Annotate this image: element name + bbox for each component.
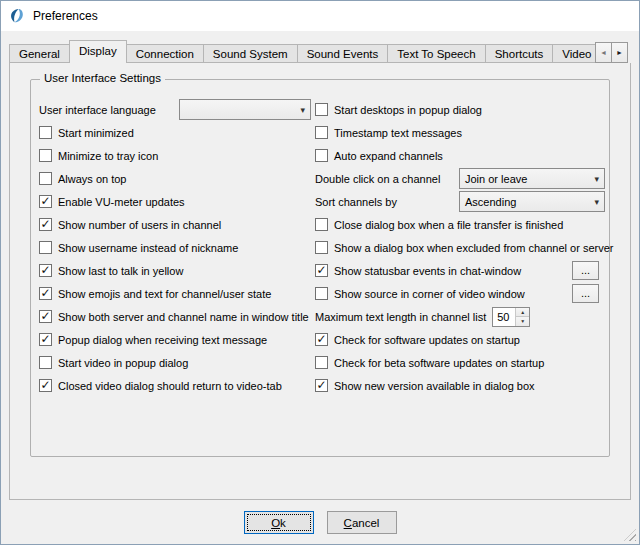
statusbar-events-label: Show statusbar events in chat-window: [334, 265, 521, 277]
timestamp-messages-label: Timestamp text messages: [334, 127, 462, 139]
ui-language-label: User interface language: [39, 104, 156, 116]
video-return-tab-checkbox[interactable]: ✓: [39, 379, 52, 392]
video-return-tab-row: ✓Closed video dialog should return to vi…: [39, 374, 311, 397]
emojis-text-state-label: Show emojis and text for channel/user st…: [58, 288, 271, 300]
server-channel-in-title-label: Show both server and channel name in win…: [58, 311, 309, 323]
desktops-popup-label: Start desktops in popup dialog: [334, 104, 482, 116]
vu-meter-updates-label: Enable VU-meter updates: [58, 196, 185, 208]
timestamp-messages-checkbox[interactable]: [315, 126, 328, 139]
dialog-buttons: Ok Cancel: [1, 511, 639, 534]
new-version-dialog-row: ✓Show new version available in dialog bo…: [315, 374, 605, 397]
cancel-button[interactable]: Cancel: [327, 511, 397, 534]
last-to-talk-yellow-label: Show last to talk in yellow: [58, 265, 183, 277]
group-title: User Interface Settings: [40, 72, 165, 84]
start-minimized-row: Start minimized: [39, 121, 311, 144]
auto-expand-channels-checkbox[interactable]: [315, 149, 328, 162]
double-click-channel-label: Double click on a channel: [315, 173, 440, 185]
statusbar-events-more-button[interactable]: ...: [572, 261, 599, 280]
server-channel-in-title-row: ✓Show both server and channel name in wi…: [39, 305, 311, 328]
vu-meter-updates-row: ✓Enable VU-meter updates: [39, 190, 311, 213]
beta-updates-label: Check for beta software updates on start…: [334, 357, 544, 369]
tab-scroll-left-icon[interactable]: ◄: [595, 42, 612, 63]
auto-expand-channels-label: Auto expand channels: [334, 150, 443, 162]
max-text-length-spin-down-icon[interactable]: ▼: [516, 317, 529, 326]
titlebar[interactable]: Preferences: [1, 1, 639, 31]
popup-text-message-label: Popup dialog when receiving text message: [58, 334, 267, 346]
always-on-top-checkbox[interactable]: [39, 172, 52, 185]
beta-updates-row: Check for beta software updates on start…: [315, 351, 605, 374]
show-username-checkbox[interactable]: [39, 241, 52, 254]
tab-page-display: User Interface Settings User interface l…: [9, 62, 631, 500]
popup-text-message-checkbox[interactable]: ✓: [39, 333, 52, 346]
close-file-transfer-dialog-row: Close dialog box when a file transfer is…: [315, 213, 605, 236]
window-title: Preferences: [33, 9, 98, 23]
video-source-corner-more-button[interactable]: ...: [572, 284, 599, 303]
start-video-popup-checkbox[interactable]: [39, 356, 52, 369]
statusbar-events-checkbox[interactable]: ✓: [315, 264, 328, 277]
tab-sound-events[interactable]: Sound Events: [297, 44, 389, 63]
tab-scroller: ◄ ►: [595, 41, 631, 63]
minimize-to-tray-label: Minimize to tray icon: [58, 150, 158, 162]
start-minimized-checkbox[interactable]: [39, 126, 52, 139]
last-to-talk-yellow-checkbox[interactable]: ✓: [39, 264, 52, 277]
max-text-length-spin-buttons: ▲▼: [515, 308, 529, 326]
minimize-to-tray-row: Minimize to tray icon: [39, 144, 311, 167]
video-source-corner-label: Show source in corner of video window: [334, 288, 525, 300]
double-click-channel-dropdown[interactable]: Join or leave▾: [459, 168, 605, 189]
sort-channels-by-value: Ascending: [465, 196, 516, 208]
emojis-text-state-checkbox[interactable]: ✓: [39, 287, 52, 300]
tab-sound-system[interactable]: Sound System: [203, 44, 298, 63]
software-updates-checkbox[interactable]: ✓: [315, 333, 328, 346]
app-logo-icon: [9, 8, 26, 25]
excluded-dialog-checkbox[interactable]: [315, 241, 328, 254]
show-user-count-label: Show number of users in channel: [58, 219, 221, 231]
show-username-row: Show username instead of nickname: [39, 236, 311, 259]
close-file-transfer-dialog-checkbox[interactable]: [315, 218, 328, 231]
show-username-label: Show username instead of nickname: [58, 242, 238, 254]
settings-column-right: Start desktops in popup dialogTimestamp …: [315, 98, 605, 397]
sort-channels-by-dropdown[interactable]: Ascending▾: [459, 191, 605, 212]
cancel-button-label: Cancel: [328, 517, 396, 529]
show-user-count-row: ✓Show number of users in channel: [39, 213, 311, 236]
tab-text-to-speech[interactable]: Text To Speech: [387, 44, 485, 63]
new-version-dialog-checkbox[interactable]: ✓: [315, 379, 328, 392]
software-updates-row: ✓Check for software updates on startup: [315, 328, 605, 351]
max-text-length-spin-up-icon[interactable]: ▲: [516, 308, 529, 318]
tab-scroll-right-icon[interactable]: ►: [611, 42, 628, 63]
tab-shortcuts[interactable]: Shortcuts: [485, 44, 554, 63]
minimize-to-tray-checkbox[interactable]: [39, 149, 52, 162]
tab-connection[interactable]: Connection: [126, 44, 204, 63]
emojis-text-state-row: ✓Show emojis and text for channel/user s…: [39, 282, 311, 305]
preferences-dialog: Preferences GeneralDisplayConnectionSoun…: [0, 0, 640, 545]
tab-display[interactable]: Display: [69, 40, 127, 63]
server-channel-in-title-checkbox[interactable]: ✓: [39, 310, 52, 323]
timestamp-messages-row: Timestamp text messages: [315, 121, 605, 144]
start-minimized-label: Start minimized: [58, 127, 134, 139]
sort-channels-by-row: Sort channels byAscending▾: [315, 190, 605, 213]
excluded-dialog-label: Show a dialog box when excluded from cha…: [334, 242, 613, 254]
start-video-popup-row: Start video in popup dialog: [39, 351, 311, 374]
excluded-dialog-row: Show a dialog box when excluded from cha…: [315, 236, 605, 259]
video-return-tab-label: Closed video dialog should return to vid…: [58, 380, 282, 392]
chevron-down-icon: ▾: [589, 174, 604, 184]
ok-button[interactable]: Ok: [244, 511, 314, 534]
show-user-count-checkbox[interactable]: ✓: [39, 218, 52, 231]
ui-language-dropdown[interactable]: ▾: [179, 99, 311, 120]
chevron-down-icon: ▾: [295, 105, 310, 115]
max-text-length-value: 50: [493, 308, 515, 326]
desktops-popup-checkbox[interactable]: [315, 103, 328, 116]
max-text-length-spinner[interactable]: 50▲▼: [492, 307, 530, 327]
chevron-down-icon: ▾: [589, 197, 604, 207]
user-interface-settings-group: User Interface Settings User interface l…: [30, 79, 610, 457]
auto-expand-channels-row: Auto expand channels: [315, 144, 605, 167]
beta-updates-checkbox[interactable]: [315, 356, 328, 369]
start-video-popup-label: Start video in popup dialog: [58, 357, 188, 369]
max-text-length-row: Maximum text length in channel list50▲▼: [315, 305, 605, 328]
last-to-talk-yellow-row: ✓Show last to talk in yellow: [39, 259, 311, 282]
sort-channels-by-label: Sort channels by: [315, 196, 397, 208]
tab-general[interactable]: General: [9, 44, 70, 63]
vu-meter-updates-checkbox[interactable]: ✓: [39, 195, 52, 208]
tab-bar: GeneralDisplayConnectionSound SystemSoun…: [9, 40, 631, 63]
new-version-dialog-label: Show new version available in dialog box: [334, 380, 535, 392]
video-source-corner-checkbox[interactable]: [315, 287, 328, 300]
